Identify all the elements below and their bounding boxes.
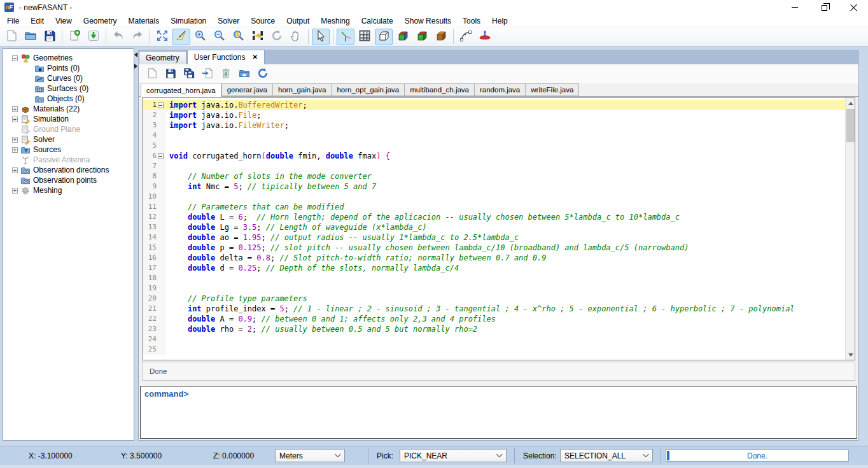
- menu-item-solver[interactable]: Solver: [212, 15, 245, 27]
- scrollbar-thumb[interactable]: [846, 109, 855, 142]
- tree-item-geometries[interactable]: Geometries: [3, 53, 134, 63]
- collapse-left-icon[interactable]: [134, 52, 137, 57]
- solid-view-button[interactable]: [432, 29, 450, 45]
- rgb-faces-view-button[interactable]: [394, 29, 412, 45]
- code-line[interactable]: 16 double delta = 0.8; // Slot pitch-to-…: [143, 253, 845, 263]
- collapse-icon[interactable]: [12, 55, 18, 61]
- open-folder-button[interactable]: [22, 29, 39, 45]
- menu-item-file[interactable]: File: [1, 15, 25, 27]
- code-line[interactable]: 5: [143, 141, 845, 151]
- expand-icon[interactable]: [12, 137, 18, 143]
- tree-item-observation-directions[interactable]: Observation directions: [3, 165, 134, 175]
- save-all-button[interactable]: [180, 66, 197, 82]
- menu-item-geometry[interactable]: Geometry: [78, 15, 123, 27]
- code-line[interactable]: 12 double L = 6; // Horn length; depend …: [143, 212, 845, 222]
- refresh-button[interactable]: [254, 66, 271, 82]
- code-line[interactable]: 21 int profile_index = 5; // 1 - linear …: [143, 304, 845, 314]
- code-line[interactable]: 23 double rho = 2; // usually between 0.…: [143, 324, 845, 334]
- zoom-window-button[interactable]: [230, 29, 248, 45]
- delete-file-button[interactable]: [217, 66, 234, 82]
- tree-item-ground-plane[interactable]: Ground Plane: [3, 124, 134, 134]
- code-line[interactable]: 11 // Parameters that can be modified: [143, 202, 845, 212]
- menu-item-source[interactable]: Source: [245, 15, 281, 27]
- file-tab-horn-opt-gain-java[interactable]: horn_opt_gain.java: [331, 83, 404, 96]
- tree-item-objects-0[interactable]: Objects (0): [3, 94, 134, 104]
- code-line[interactable]: 19: [143, 283, 845, 294]
- perspective-view-button[interactable]: [172, 29, 190, 45]
- file-tab-horn-gain-java[interactable]: horn_gain.java: [272, 83, 331, 96]
- editor-scrollbar[interactable]: [845, 98, 855, 360]
- zoom-out-button[interactable]: [211, 29, 228, 45]
- menu-item-simulation[interactable]: Simulation: [165, 15, 212, 27]
- menu-item-tools[interactable]: Tools: [457, 15, 486, 27]
- menu-item-output[interactable]: Output: [281, 15, 315, 27]
- menu-item-edit[interactable]: Edit: [25, 15, 50, 27]
- file-tab-random-java[interactable]: random.java: [474, 83, 525, 96]
- redo-button[interactable]: [129, 29, 146, 45]
- expand-icon[interactable]: [12, 147, 18, 153]
- close-tab-icon[interactable]: ✕: [252, 54, 257, 60]
- undo-button[interactable]: [109, 29, 127, 45]
- units-select[interactable]: Meters: [275, 449, 345, 462]
- expand-icon[interactable]: [12, 117, 18, 122]
- code-line[interactable]: 14 double ao = 1.95; // output radius --…: [143, 232, 845, 243]
- code-line[interactable]: 2import java.io.File;: [143, 110, 845, 120]
- code-line[interactable]: 9 int Nmc = 5; // tipically between 5 an…: [143, 181, 845, 192]
- wireframe-view-button[interactable]: [375, 29, 393, 45]
- doc-tab-geometry[interactable]: Geometry: [139, 51, 186, 64]
- code-line[interactable]: 3import java.io.FileWriter;: [143, 120, 845, 131]
- tree-item-points-0[interactable]: Points (0): [3, 63, 134, 73]
- rotate-view-button[interactable]: [268, 29, 286, 45]
- import-file-button[interactable]: [199, 66, 216, 82]
- command-panel[interactable]: command>: [140, 386, 857, 439]
- menu-item-materials[interactable]: Materials: [123, 15, 165, 27]
- code-line[interactable]: 18: [143, 273, 845, 283]
- select-cursor-button[interactable]: [312, 29, 330, 45]
- show-grid-button[interactable]: [356, 29, 374, 45]
- add-geometry-button[interactable]: [66, 29, 83, 45]
- tree-item-meshing[interactable]: Meshing: [3, 185, 134, 195]
- open-workspace-button[interactable]: [235, 66, 253, 82]
- expand-icon[interactable]: [12, 188, 18, 194]
- code-line[interactable]: 13 double Lg = 3.5; // Length of wavegui…: [143, 222, 845, 232]
- code-line[interactable]: 4: [143, 131, 845, 141]
- file-tab-writefile-java[interactable]: writeFile.java: [525, 83, 579, 96]
- menu-item-calculate[interactable]: Calculate: [356, 15, 399, 27]
- parametric-curve-button[interactable]: [457, 29, 475, 45]
- code-line[interactable]: 6void corrugated_horn(double fmin, doubl…: [143, 151, 845, 161]
- code-line[interactable]: 17 double d = 0.25; // Depth of the slot…: [143, 263, 845, 273]
- minimize-button[interactable]: [780, 0, 809, 15]
- expand-icon[interactable]: [12, 167, 18, 173]
- tree-item-sources[interactable]: Sources: [3, 145, 134, 155]
- new-file-button[interactable]: [143, 66, 160, 82]
- code-line[interactable]: 7: [143, 161, 845, 171]
- tree-item-solver[interactable]: Solver: [3, 134, 134, 145]
- show-axes-button[interactable]: [337, 29, 354, 45]
- expand-right-icon[interactable]: [134, 64, 137, 69]
- zoom-in-button[interactable]: [192, 29, 209, 45]
- tree-item-simulation[interactable]: Simulation: [3, 114, 134, 124]
- code-line[interactable]: 8 // Number of slots in the mode convert…: [143, 171, 845, 181]
- code-line[interactable]: 15 double p = 0.125; // slot pitch -- us…: [143, 243, 845, 253]
- save-button[interactable]: [41, 29, 59, 45]
- restore-button[interactable]: [809, 0, 839, 15]
- pan-view-button[interactable]: [287, 29, 305, 45]
- new-document-button[interactable]: [3, 29, 20, 45]
- code-line[interactable]: 10: [143, 192, 845, 202]
- file-tab-generar-java[interactable]: generar.java: [221, 83, 272, 96]
- file-tab-multiband-ch-java[interactable]: multiband_ch.java: [404, 83, 474, 96]
- code-line[interactable]: 20 // Profile type parameters: [143, 294, 845, 304]
- visibility-swap-button[interactable]: [249, 29, 267, 45]
- fold-toggle-icon[interactable]: [158, 103, 164, 108]
- tree-item-curves-0[interactable]: Curves (0): [3, 73, 134, 83]
- command-prompt[interactable]: command>: [141, 386, 857, 399]
- code-line[interactable]: 1import java.io.BufferedWriter;: [143, 100, 845, 110]
- save-file-button[interactable]: [162, 66, 179, 82]
- menu-item-show-results[interactable]: Show Results: [399, 15, 457, 27]
- doc-tab-user-functions[interactable]: User Functions✕: [187, 50, 265, 64]
- scroll-down-icon[interactable]: [846, 350, 855, 360]
- expand-icon[interactable]: [12, 106, 18, 112]
- fold-toggle-icon[interactable]: [158, 153, 164, 159]
- tree-item-observation-points[interactable]: Observation points: [3, 175, 134, 185]
- close-button[interactable]: [839, 0, 868, 15]
